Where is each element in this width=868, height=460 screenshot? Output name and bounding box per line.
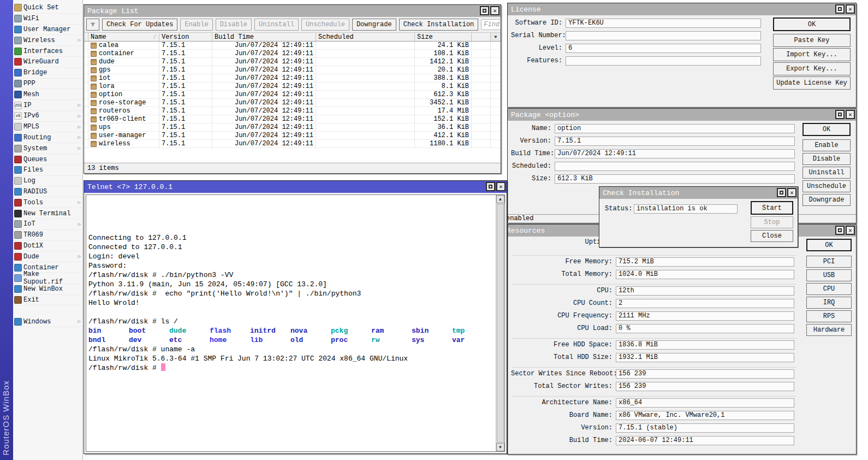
unschedule-button[interactable]: Unschedule	[802, 180, 851, 192]
sidebar-item-windows[interactable]: Windows▷	[13, 316, 82, 327]
sidebar-item-quick-set[interactable]: Quick Set	[13, 3, 82, 14]
ok-button[interactable]: OK	[802, 123, 851, 136]
paste-key-button[interactable]: Paste Key	[773, 34, 851, 47]
sidebar-item-make-supout-rif[interactable]: Make Supout.rif	[13, 273, 82, 284]
downgrade-button[interactable]: Downgrade	[802, 194, 851, 206]
sidebar-item-files[interactable]: Files	[13, 165, 82, 176]
build-time-field[interactable]: 2024-06-07 12:49:11	[616, 436, 794, 445]
sidebar-item-dude[interactable]: Dude▷	[13, 251, 82, 262]
check-for-updates-button[interactable]: Check For Updates	[102, 19, 177, 31]
architecture-name-field[interactable]: x86_64	[616, 398, 794, 408]
version-field[interactable]: 7.15.1 (stable)	[616, 423, 794, 433]
sidebar-item-routing[interactable]: Routing▷	[13, 133, 82, 144]
sidebar-item-mesh[interactable]: Mesh	[13, 89, 82, 100]
table-row-user-manager[interactable]: user-manager7.15.1Jun/07/2024 12:49:1141…	[84, 132, 501, 140]
table-row-routeros[interactable]: routeros7.15.1Jun/07/2024 12:49:1117.4 M…	[84, 107, 501, 115]
find-input[interactable]: Find	[481, 19, 501, 30]
table-row-wireless[interactable]: wireless7.15.1Jun/07/2024 12:49:111180.1…	[84, 140, 501, 148]
sidebar-item-new-winbox[interactable]: New WinBox	[13, 284, 82, 295]
rps-button[interactable]: RPS	[806, 310, 852, 322]
cpu-field[interactable]: 12th	[616, 286, 794, 296]
cpu-load-field[interactable]: 0 %	[616, 324, 794, 333]
scrollbar-thumb[interactable]	[497, 204, 504, 443]
cpu-count-field[interactable]: 2	[616, 299, 794, 308]
usb-button[interactable]: USB	[806, 269, 852, 281]
sidebar-item-radius[interactable]: RADIUS	[13, 187, 82, 198]
cpu-button[interactable]: CPU	[806, 283, 852, 295]
sidebar-item-ip[interactable]: 255IP▷	[13, 100, 82, 111]
version-field[interactable]: 7.15.1	[555, 137, 795, 146]
table-row-calea[interactable]: calea7.15.1Jun/07/2024 12:49:1124.1 KiB	[84, 42, 501, 50]
pci-button[interactable]: PCI	[806, 256, 852, 268]
table-row-ups[interactable]: ups7.15.1Jun/07/2024 12:49:1136.1 KiB	[84, 123, 501, 132]
close-button[interactable]: ✕	[846, 4, 855, 14]
hardware-button[interactable]: Hardware	[806, 324, 852, 336]
maximize-button[interactable]	[777, 188, 786, 197]
sector-writes-since-reboot-field[interactable]: 156 239	[616, 369, 794, 379]
sidebar-item-mpls[interactable]: MPLS▷	[13, 122, 82, 133]
sidebar-item-ppp[interactable]: PPP	[13, 79, 82, 90]
sidebar-item-tr069[interactable]: TR069	[13, 230, 82, 241]
size-field[interactable]: 612.3 KiB	[555, 174, 795, 184]
name-field[interactable]: option	[555, 124, 795, 133]
sidebar-item-wifi[interactable]: WiFi	[13, 14, 82, 25]
sidebar-item-wireless[interactable]: Wireless▷	[13, 35, 82, 46]
table-row-container[interactable]: container7.15.1Jun/07/2024 12:49:11108.1…	[84, 50, 501, 58]
features-field[interactable]	[566, 56, 761, 66]
disable-button[interactable]: Disable	[802, 153, 851, 165]
sidebar-item-iot[interactable]: IoT▷	[13, 219, 82, 230]
close-button[interactable]: ✕	[846, 226, 855, 235]
column-header-scheduled[interactable]: Scheduled	[316, 33, 415, 41]
maximize-button[interactable]	[835, 110, 845, 119]
ok-button[interactable]: OK	[806, 239, 852, 251]
build-time-field[interactable]: Jun/07/2024 12:49:11	[555, 149, 795, 158]
total-sector-writes-field[interactable]: 156 239	[616, 382, 794, 391]
sidebar-item-exit[interactable]: Exit	[13, 295, 82, 306]
table-row-tr069-client[interactable]: tr069-client7.15.1Jun/07/2024 12:49:1115…	[84, 115, 501, 123]
downgrade-button[interactable]: Downgrade	[352, 19, 396, 31]
column-header-name[interactable]: Name∕	[88, 33, 159, 41]
column-header-build-time[interactable]: Build Time	[212, 33, 316, 41]
sidebar-item-dot1x[interactable]: Dot1X	[13, 241, 82, 252]
sidebar-item-user-manager[interactable]: User Manager	[13, 25, 82, 36]
scroll-down-icon[interactable]: ▼	[496, 443, 504, 451]
sidebar-item-new-terminal[interactable]: New Terminal	[13, 208, 82, 219]
maximize-button[interactable]	[480, 6, 489, 15]
sidebar-item-wireguard[interactable]: WireGuard	[13, 57, 82, 68]
column-header-size[interactable]: Size	[415, 33, 472, 41]
table-row-rose-storage[interactable]: rose-storage7.15.1Jun/07/2024 12:49:1134…	[84, 99, 501, 107]
close-button[interactable]: ✕	[490, 6, 500, 15]
total-memory-field[interactable]: 1024.0 MiB	[616, 270, 794, 279]
update-license-key-button[interactable]: Update License Key	[773, 76, 851, 90]
filter-button[interactable]	[86, 19, 99, 31]
uninstall-button[interactable]: Uninstall	[802, 167, 851, 179]
total-hdd-size-field[interactable]: 1932.1 MiB	[616, 353, 794, 362]
maximize-button[interactable]	[835, 4, 845, 14]
status-field[interactable]: installation is ok	[634, 204, 738, 214]
maximize-button[interactable]	[835, 226, 845, 235]
sidebar-item-queues[interactable]: Queues	[13, 154, 82, 165]
ok-button[interactable]: OK	[773, 17, 851, 31]
scroll-up-icon[interactable]: ▲	[496, 195, 504, 203]
table-row-dude[interactable]: dude7.15.1Jun/07/2024 12:49:111412.1 KiB	[84, 58, 501, 66]
board-name-field[interactable]: x86 VMware, Inc. VMware20,1	[616, 411, 794, 420]
maximize-button[interactable]	[486, 182, 495, 191]
close-button[interactable]: ✕	[787, 188, 796, 197]
free-hdd-space-field[interactable]: 1836.8 MiB	[616, 340, 794, 350]
sidebar-item-ipv6[interactable]: v6IPv6▷	[13, 111, 82, 122]
cpu-frequency-field[interactable]: 2111 MHz	[616, 311, 794, 321]
terminal-scrollbar[interactable]: ▲ ▼	[496, 195, 504, 451]
sidebar-item-interfaces[interactable]: Interfaces	[13, 46, 82, 57]
export-key-button[interactable]: Export Key...	[773, 62, 851, 75]
check-installation-button[interactable]: Check Installation	[399, 19, 479, 31]
start-button[interactable]: Start	[751, 201, 793, 215]
close-button[interactable]: Close	[751, 230, 793, 242]
software-id-field[interactable]: YFTK-EK6U	[566, 19, 761, 28]
close-button[interactable]: ✕	[846, 110, 855, 119]
close-button[interactable]: ✕	[496, 182, 506, 191]
sidebar-item-tools[interactable]: Tools▷	[13, 197, 82, 208]
import-key-button[interactable]: Import Key...	[773, 48, 851, 61]
terminal-area[interactable]: Connecting to 127.0.0.1Connected to 127.…	[86, 194, 505, 452]
sidebar-item-log[interactable]: Log	[13, 176, 82, 187]
serial-number-field[interactable]	[566, 31, 761, 40]
